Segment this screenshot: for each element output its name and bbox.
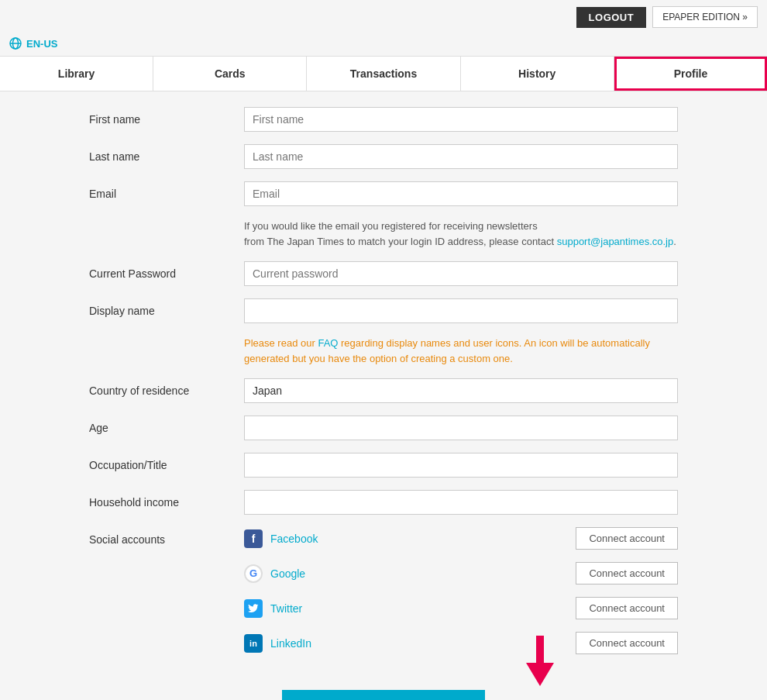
tab-profile[interactable]: Profile	[614, 57, 767, 91]
age-field	[244, 416, 678, 440]
occupation-label: Occupation/Title	[89, 453, 244, 471]
globe-icon	[9, 37, 22, 50]
arrow-shaft	[536, 636, 544, 663]
linkedin-social-name: in LinkedIn	[244, 634, 311, 653]
display-name-label: Display name	[89, 298, 244, 317]
country-field: Japan	[244, 378, 678, 403]
first-name-field	[244, 107, 678, 132]
household-income-label: Household income	[89, 490, 244, 509]
google-label: Google	[270, 567, 305, 580]
occupation-row: Occupation/Title	[89, 453, 678, 478]
occupation-input[interactable]	[244, 453, 678, 478]
last-name-label: Last name	[89, 144, 244, 163]
first-name-input[interactable]	[244, 107, 678, 132]
last-name-field	[244, 144, 678, 169]
facebook-icon: f	[244, 529, 263, 548]
logout-button[interactable]: LOGOUT	[576, 7, 647, 28]
tab-library[interactable]: Library	[0, 57, 153, 91]
household-income-row: Household income	[89, 490, 678, 515]
occupation-field	[244, 453, 678, 478]
age-row: Age	[89, 416, 678, 440]
email-row: Email	[89, 181, 678, 206]
tab-history[interactable]: History	[461, 57, 614, 91]
age-input[interactable]	[244, 416, 678, 440]
google-social-item: G Google Connect account	[244, 562, 678, 584]
tab-transactions[interactable]: Transactions	[307, 57, 460, 91]
country-input[interactable]: Japan	[244, 378, 678, 403]
facebook-connect-button[interactable]: Connect account	[576, 527, 678, 550]
current-password-field	[244, 261, 678, 286]
email-info-line1: If you would like the email you register…	[244, 220, 538, 232]
arrow-indicator	[526, 636, 554, 686]
language-bar: EN-US	[0, 34, 767, 56]
google-icon: G	[244, 564, 263, 583]
display-name-info: Please read our FAQ regarding display na…	[244, 336, 678, 366]
linkedin-social-item: in LinkedIn Connect account	[244, 632, 678, 654]
display-name-input[interactable]	[244, 298, 678, 323]
facebook-label: Facebook	[270, 533, 318, 545]
twitter-label: Twitter	[270, 602, 302, 615]
nav-tabs: Library Cards Transactions History Profi…	[0, 56, 767, 91]
linkedin-icon: in	[244, 634, 263, 653]
facebook-social-item: f Facebook Connect account	[244, 527, 678, 550]
twitter-social-item: Twitter Connect account	[244, 597, 678, 619]
faq-link[interactable]: FAQ	[318, 337, 338, 349]
save-changes-button[interactable]: Save changes	[282, 690, 484, 700]
social-accounts-label: Social accounts	[89, 527, 244, 546]
age-label: Age	[89, 416, 244, 434]
linkedin-label: LinkedIn	[270, 637, 311, 650]
social-accounts-items: f Facebook Connect account G Google Conn…	[244, 527, 678, 667]
current-password-row: Current Password	[89, 261, 678, 286]
current-password-label: Current Password	[89, 261, 244, 280]
google-connect-button[interactable]: Connect account	[576, 562, 678, 584]
facebook-social-name: f Facebook	[244, 529, 318, 548]
email-field	[244, 181, 678, 206]
last-name-input[interactable]	[244, 144, 678, 169]
twitter-social-name: Twitter	[244, 599, 302, 618]
last-name-row: Last name	[89, 144, 678, 169]
epaper-button[interactable]: EPAPER EDITION »	[652, 6, 758, 28]
email-label: Email	[89, 181, 244, 200]
country-row: Country of residence Japan	[89, 378, 678, 403]
twitter-icon	[244, 599, 263, 618]
main-content: First name Last name Email If you would …	[74, 107, 693, 700]
twitter-connect-button[interactable]: Connect account	[576, 597, 678, 619]
household-income-field	[244, 490, 678, 515]
google-social-name: G Google	[244, 564, 305, 583]
first-name-row: First name	[89, 107, 678, 132]
email-info-text: If you would like the email you register…	[244, 219, 678, 249]
top-bar: LOGOUT EPAPER EDITION »	[0, 0, 767, 34]
email-support-link[interactable]: support@japantimes.co.jp	[557, 236, 674, 247]
country-label: Country of residence	[89, 378, 244, 397]
display-name-row: Display name	[89, 298, 678, 323]
save-area: Save changes	[89, 690, 678, 700]
tab-cards[interactable]: Cards	[153, 57, 307, 91]
social-accounts-row: Social accounts f Facebook Connect accou…	[89, 527, 678, 667]
linkedin-connect-button[interactable]: Connect account	[576, 632, 678, 654]
email-info-line2: from The Japan Times to match your login…	[244, 236, 554, 247]
household-income-input[interactable]	[244, 490, 678, 515]
display-name-field	[244, 298, 678, 323]
language-label: EN-US	[26, 38, 57, 50]
first-name-label: First name	[89, 107, 244, 126]
arrow-head	[526, 663, 554, 686]
current-password-input[interactable]	[244, 261, 678, 286]
email-input[interactable]	[244, 181, 678, 206]
